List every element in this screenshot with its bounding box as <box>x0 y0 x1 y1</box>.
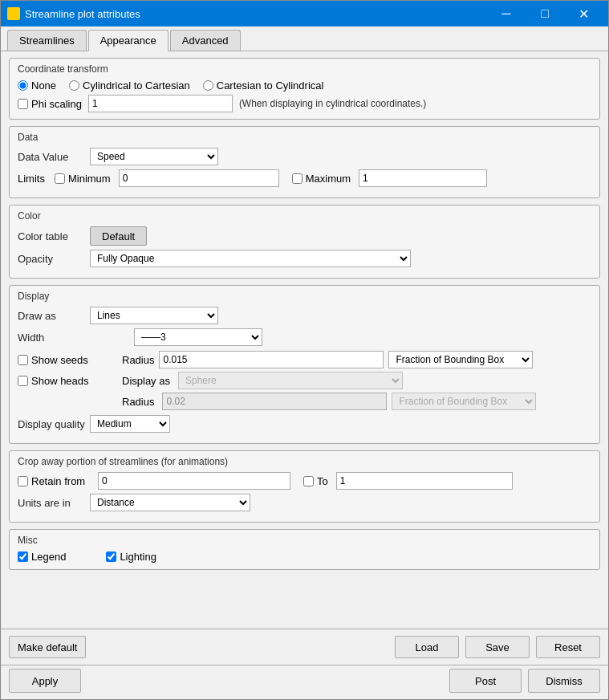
heads-fraction-select[interactable]: Fraction of Bounding Box Absolute <box>392 393 536 410</box>
close-button[interactable]: ✕ <box>565 1 602 26</box>
legend-checkbox[interactable]: Legend <box>18 551 66 563</box>
coordinate-transform-options: None Cylindrical to Cartesian Cartesian … <box>18 79 591 92</box>
seeds-fraction-select[interactable]: Fraction of Bounding Box Absolute <box>388 351 533 368</box>
phi-scaling-row: Phi scaling 1 (When displaying in cylind… <box>18 95 591 112</box>
seeds-row: Show seeds Radius Fraction of Bounding B… <box>18 351 591 410</box>
data-value-row: Data Value Speed Vorticity Pressure <box>18 148 591 165</box>
show-heads-checkbox[interactable]: Show heads <box>18 375 122 387</box>
tab-appearance[interactable]: Appearance <box>88 30 168 51</box>
bottom-bar: Make default Load Save Reset <box>1 629 608 665</box>
lighting-checkbox[interactable]: Lighting <box>106 551 156 563</box>
heads-controls-row: Show heads Display as Sphere Cone Arrow <box>18 372 591 389</box>
color-table-row: Color table Default <box>18 226 591 246</box>
heads-radius-row: Radius Fraction of Bounding Box Absolute <box>18 393 591 410</box>
display-section-title: Display <box>18 291 591 302</box>
display-quality-select[interactable]: Low Medium High Super <box>90 415 170 433</box>
window-title: Streamline plot attributes <box>25 8 488 20</box>
tab-advanced[interactable]: Advanced <box>170 30 241 51</box>
post-button[interactable]: Post <box>449 669 522 693</box>
crop-section-title: Crop away portion of streamlines (for an… <box>18 456 591 467</box>
radio-cart-to-cyl[interactable]: Cartesian to Cylindrical <box>203 79 324 92</box>
color-section: Color Color table Default Opacity Fully … <box>9 205 600 279</box>
misc-section: Misc Legend Lighting <box>9 529 600 570</box>
to-input[interactable] <box>336 472 513 490</box>
coordinate-transform-title: Coordinate transform <box>18 63 591 75</box>
reset-button[interactable]: Reset <box>536 636 600 658</box>
units-select[interactable]: Distance Time Arc length <box>90 494 250 511</box>
phi-scaling-checkbox[interactable]: Phi scaling <box>18 98 82 110</box>
draw-as-select[interactable]: Lines Tubes Ribbons <box>90 307 218 324</box>
seeds-controls-row: Show seeds Radius Fraction of Bounding B… <box>18 351 591 368</box>
default-color-button[interactable]: Default <box>90 226 147 246</box>
max-value-input[interactable] <box>359 169 487 187</box>
main-content: Coordinate transform None Cylindrical to… <box>1 51 608 629</box>
display-quality-label: Display quality <box>18 418 90 430</box>
bottom-left: Make default <box>9 636 86 658</box>
main-window: Streamline plot attributes ─ □ ✕ Streaml… <box>0 0 609 700</box>
show-seeds-checkbox[interactable]: Show seeds <box>18 354 122 366</box>
misc-row: Legend Lighting <box>18 551 591 563</box>
width-select[interactable]: ——1 ——2 ——3 ——4 ——5 <box>134 328 262 346</box>
opacity-row: Opacity Fully Opaque Transparent Custom <box>18 250 591 267</box>
display-section: Display Draw as Lines Tubes Ribbons Widt… <box>9 285 600 444</box>
title-bar: Streamline plot attributes ─ □ ✕ <box>1 1 608 26</box>
seeds-radius-label: Radius <box>122 354 154 366</box>
data-value-label: Data Value <box>18 151 90 163</box>
min-value-input[interactable] <box>119 169 279 187</box>
radio-none[interactable]: None <box>18 79 56 92</box>
phi-scaling-input[interactable]: 1 <box>88 95 233 112</box>
phi-note: (When displaying in cylindrical coordina… <box>239 98 426 109</box>
apply-button[interactable]: Apply <box>9 669 81 693</box>
limits-label: Limits <box>18 173 45 185</box>
retain-from-row: Retain from To <box>18 472 591 490</box>
heads-radius-input[interactable] <box>162 393 387 410</box>
units-row: Units are in Distance Time Arc length <box>18 494 591 511</box>
minimize-button[interactable]: ─ <box>488 1 525 26</box>
tabs-bar: Streamlines Appearance Advanced <box>1 26 608 51</box>
apply-bar: Apply Post Dismiss <box>1 665 608 699</box>
color-section-title: Color <box>18 210 591 222</box>
load-button[interactable]: Load <box>395 636 459 658</box>
max-checkbox[interactable]: Maximum <box>292 173 351 185</box>
window-controls: ─ □ ✕ <box>488 1 602 26</box>
heads-display-as-label: Display as <box>122 375 170 387</box>
heads-display-as-select[interactable]: Sphere Cone Arrow <box>178 372 403 389</box>
heads-radius-label: Radius <box>122 396 154 408</box>
seeds-radius-input[interactable] <box>159 351 384 368</box>
post-dismiss-group: Post Dismiss <box>449 669 600 693</box>
data-value-select[interactable]: Speed Vorticity Pressure <box>90 148 218 165</box>
coordinate-transform-section: Coordinate transform None Cylindrical to… <box>9 58 600 120</box>
data-section-title: Data <box>18 132 591 143</box>
save-button[interactable]: Save <box>465 636 530 658</box>
width-label: Width <box>18 332 134 344</box>
data-section: Data Data Value Speed Vorticity Pressure… <box>9 126 600 198</box>
units-label: Units are in <box>18 497 90 509</box>
draw-as-label: Draw as <box>18 310 90 322</box>
limits-row: Limits Minimum Maximum <box>18 169 591 187</box>
crop-section: Crop away portion of streamlines (for an… <box>9 450 600 523</box>
radio-cyl-to-cart[interactable]: Cylindrical to Cartesian <box>69 79 190 92</box>
tab-streamlines[interactable]: Streamlines <box>7 30 87 51</box>
retain-from-input[interactable] <box>98 472 290 490</box>
opacity-select[interactable]: Fully Opaque Transparent Custom <box>90 250 411 267</box>
display-quality-row: Display quality Low Medium High Super <box>18 415 591 433</box>
color-table-label: Color table <box>18 230 90 242</box>
app-icon <box>7 7 20 20</box>
draw-as-row: Draw as Lines Tubes Ribbons <box>18 307 591 324</box>
to-checkbox[interactable]: To <box>303 475 328 487</box>
width-row: Width ——1 ——2 ——3 ——4 ——5 <box>18 328 591 346</box>
misc-section-title: Misc <box>18 535 591 546</box>
opacity-label: Opacity <box>18 253 90 265</box>
make-default-button[interactable]: Make default <box>9 636 86 658</box>
dismiss-button[interactable]: Dismiss <box>528 669 600 693</box>
retain-from-checkbox[interactable]: Retain from <box>18 475 90 487</box>
maximize-button[interactable]: □ <box>526 1 563 26</box>
min-checkbox[interactable]: Minimum <box>55 173 111 185</box>
bottom-right: Load Save Reset <box>395 636 600 658</box>
